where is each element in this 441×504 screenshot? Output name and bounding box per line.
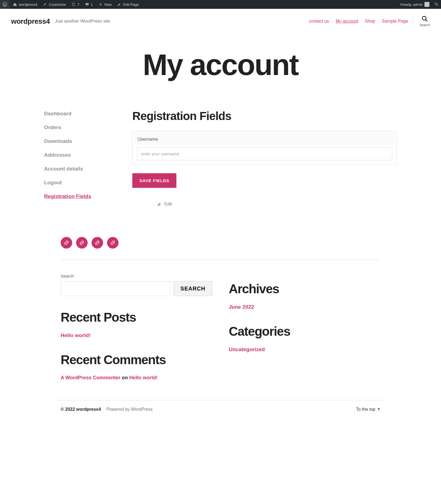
svg-point-2: [422, 16, 426, 20]
link-icon: [79, 240, 84, 245]
powered-by[interactable]: Powered by WordPress: [106, 407, 153, 412]
arrow-up-icon: [377, 408, 380, 411]
username-field-box: Username: [132, 131, 397, 165]
wp-logo-menu[interactable]: [0, 0, 10, 9]
site-name: wordpress4: [19, 2, 37, 7]
account-wrap: Dashboard Orders Downloads Addresses Acc…: [14, 107, 427, 218]
site-header: wordpress4 Just another WordPress site c…: [0, 9, 441, 34]
nav-contact-us[interactable]: contact us: [309, 19, 329, 24]
social-link-3[interactable]: [92, 237, 103, 249]
home-icon: [13, 2, 17, 7]
search-icon: [434, 2, 439, 7]
comments-link[interactable]: 1: [82, 0, 96, 9]
account-nav-logout-link[interactable]: Logout: [44, 180, 62, 185]
categories-heading: Categories: [229, 324, 380, 339]
account-nav-addresses-link[interactable]: Addresses: [44, 152, 71, 158]
page-title: My account: [0, 47, 441, 82]
pencil-icon: [117, 2, 122, 7]
search-toggle-label: Search: [420, 23, 430, 27]
wordpress-icon: [3, 2, 7, 7]
social-link-4[interactable]: [107, 237, 119, 249]
footer-widgets: Search SEARCH Recent Posts Hello world! …: [55, 274, 386, 381]
account-nav-details[interactable]: Account details: [44, 162, 116, 176]
social-links: [61, 229, 380, 257]
nav-shop[interactable]: Shop: [365, 19, 375, 24]
to-top-label: To the top: [356, 407, 375, 412]
edit-page-label: Edit Page: [123, 2, 139, 7]
plus-icon: [98, 2, 103, 7]
edit-icon: [157, 202, 162, 206]
account-nav-registration-fields[interactable]: Registration Fields: [44, 190, 116, 203]
account-nav-registration-fields-link[interactable]: Registration Fields: [44, 193, 91, 199]
social-link-2[interactable]: [76, 237, 88, 249]
footer-search-button[interactable]: SEARCH: [174, 281, 212, 296]
edit-label: Edit: [164, 202, 172, 207]
search-widget-label: Search: [61, 274, 212, 278]
account-menu[interactable]: Howdy, admin: [398, 0, 432, 9]
recent-posts-heading: Recent Posts: [61, 310, 212, 325]
link-icon: [95, 240, 100, 245]
edit-page-inline[interactable]: Edit: [157, 202, 397, 207]
comment-icon: [85, 2, 89, 7]
comments-count: 1: [91, 2, 93, 7]
site-tagline: Just another WordPress site: [55, 19, 110, 24]
search-toggle[interactable]: Search: [420, 15, 430, 27]
primary-nav: contact us My account Shop Sample Page: [309, 19, 408, 24]
recent-comments-heading: Recent Comments: [61, 352, 212, 367]
search-icon: [421, 15, 428, 22]
recent-post-link[interactable]: Hello world!: [61, 332, 212, 338]
account-nav-details-link[interactable]: Account details: [44, 166, 83, 172]
howdy-text: Howdy, admin: [400, 2, 423, 7]
archives-heading: Archives: [229, 281, 380, 296]
username-field-label: Username: [134, 133, 395, 145]
account-nav: Dashboard Orders Downloads Addresses Acc…: [44, 107, 116, 218]
customize-link[interactable]: Customize: [40, 0, 68, 9]
new-label: New: [104, 2, 112, 7]
updates-count: 7: [77, 2, 79, 7]
brush-icon: [43, 2, 47, 7]
save-fields-button[interactable]: SAVE FIELDS: [132, 173, 176, 188]
copyright: © 2022 wordpress4: [61, 407, 101, 412]
site-menu[interactable]: wordpress4: [10, 0, 40, 9]
account-nav-addresses[interactable]: Addresses: [44, 148, 116, 162]
site-title[interactable]: wordpress4: [11, 17, 50, 26]
new-link[interactable]: New: [96, 0, 114, 9]
account-nav-downloads[interactable]: Downloads: [44, 134, 116, 148]
comment-on-text: on: [120, 375, 129, 380]
admin-search-toggle[interactable]: [432, 0, 441, 9]
account-content: Registration Fields Username SAVE FIELDS…: [132, 107, 397, 218]
to-top-link[interactable]: To the top: [356, 407, 380, 412]
link-icon: [64, 240, 69, 245]
username-input[interactable]: [137, 147, 392, 160]
updates-link[interactable]: 7: [69, 0, 82, 9]
nav-my-account[interactable]: My account: [336, 19, 358, 24]
category-link[interactable]: Uncategorized: [229, 346, 380, 353]
site-footer: © 2022 wordpress4 Powered by WordPress T…: [55, 400, 386, 423]
comment-author-link[interactable]: A WordPress Commenter: [61, 375, 120, 380]
link-icon: [110, 240, 115, 245]
edit-page-link[interactable]: Edit Page: [114, 0, 141, 9]
svg-point-1: [435, 3, 437, 5]
divider: [413, 17, 413, 25]
recent-comment-item: A WordPress Commenter on Hello world!: [61, 375, 212, 381]
footer-divider: [61, 260, 380, 260]
comment-post-link[interactable]: Hello world!: [129, 375, 158, 380]
account-nav-orders-link[interactable]: Orders: [44, 124, 61, 130]
archive-link[interactable]: June 2022: [229, 304, 380, 310]
footer-search-input[interactable]: [61, 281, 170, 296]
account-nav-dashboard-link[interactable]: Dashboard: [44, 111, 71, 116]
account-nav-downloads-link[interactable]: Downloads: [44, 138, 72, 144]
social-link-1[interactable]: [61, 237, 72, 249]
registration-fields-heading: Registration Fields: [132, 110, 397, 123]
wp-admin-bar: wordpress4 Customize 7 1 New Edit Page H…: [0, 0, 441, 9]
account-nav-dashboard[interactable]: Dashboard: [44, 107, 116, 121]
account-nav-orders[interactable]: Orders: [44, 121, 116, 134]
avatar: [424, 2, 429, 7]
update-icon: [71, 2, 76, 7]
customize-label: Customize: [49, 2, 66, 7]
nav-sample-page[interactable]: Sample Page: [382, 19, 408, 24]
account-nav-logout[interactable]: Logout: [44, 176, 116, 190]
